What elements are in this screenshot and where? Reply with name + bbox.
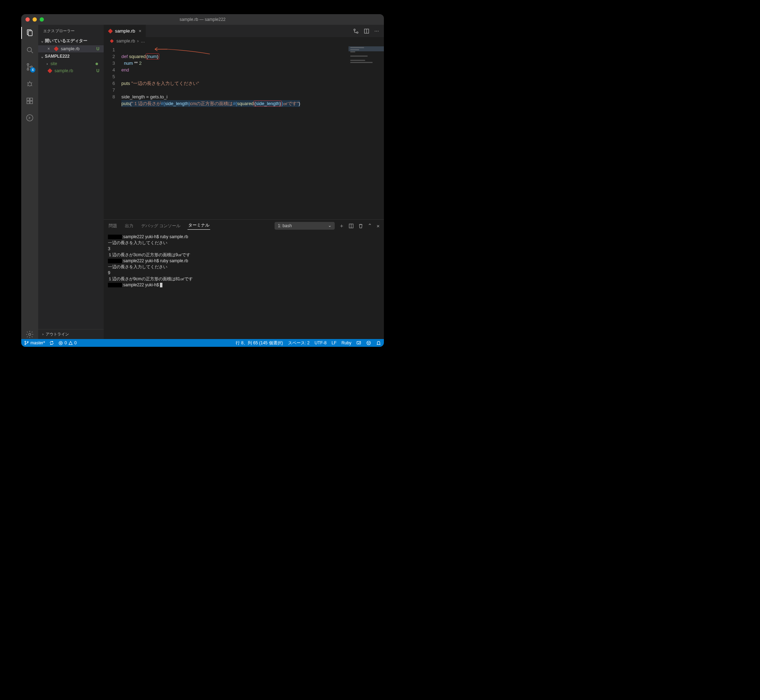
eol-status[interactable]: LF: [331, 341, 337, 345]
svg-point-32: [367, 341, 371, 345]
chevron-right-icon: ›: [42, 332, 44, 336]
breadcrumb-file: sample.rb: [116, 39, 135, 44]
code-editor[interactable]: 12345678 def squared(num) num ** 2 end p…: [104, 45, 384, 219]
explorer-sidebar: エクスプローラー ⌄ 開いているエディター × sample.rb U ⌄ SA…: [38, 25, 104, 339]
operator: **: [133, 61, 139, 66]
panel-tab-problems[interactable]: 問題: [108, 223, 118, 229]
svg-rect-14: [27, 101, 30, 104]
param: num: [148, 54, 157, 59]
workspace-section[interactable]: ⌄ SAMPLE222: [38, 52, 104, 60]
feedback-smiley-icon[interactable]: [366, 341, 371, 345]
bottom-panel: 問題 出力 デバッグ コンソール ターミナル 1: bash ＋ ⌃ × :sa…: [104, 219, 384, 339]
code-content[interactable]: def squared(num) num ** 2 end puts "一辺の長…: [120, 45, 300, 219]
terminal-output[interactable]: :sample222 yuki-h$ ruby sample.rb一辺の長さを入…: [104, 232, 384, 339]
string: cmの正方形の面積は: [190, 101, 233, 106]
window-controls: [25, 17, 44, 22]
notifications-icon[interactable]: [376, 341, 381, 345]
branch-name: master*: [30, 341, 45, 345]
ruby-file-icon: [47, 68, 52, 73]
string: "１辺の長さが: [132, 101, 161, 106]
panel-tab-output[interactable]: 出力: [124, 223, 134, 229]
close-icon[interactable]: ×: [47, 46, 51, 51]
keyword: end: [121, 67, 129, 73]
scm-badge: 4: [30, 67, 35, 73]
string: ㎠です": [283, 101, 299, 106]
var: side_length: [165, 101, 189, 106]
breadcrumb[interactable]: sample.rb › …: [104, 37, 384, 45]
ruby-file-icon: [54, 46, 59, 51]
titlebar: sample.rb — sample222: [21, 14, 384, 25]
chevron-right-icon: ›: [46, 62, 48, 66]
remote-icon[interactable]: [25, 113, 34, 122]
panel-tabs: 問題 出力 デバッグ コンソール ターミナル 1: bash ＋ ⌃ ×: [104, 220, 384, 232]
tweet-feedback-icon[interactable]: [356, 341, 361, 345]
panel-tab-terminal[interactable]: ターミナル: [187, 222, 210, 230]
open-editors-section[interactable]: ⌄ 開いているエディター: [38, 36, 104, 45]
call: puts: [121, 101, 130, 106]
svg-rect-15: [30, 101, 33, 104]
var: side_length: [256, 101, 279, 106]
svg-point-19: [354, 29, 355, 30]
problems-status[interactable]: 0 0: [58, 341, 76, 345]
svg-rect-16: [30, 98, 33, 100]
editor-actions: ⋯: [353, 25, 384, 37]
call: squared: [237, 101, 254, 106]
minimap[interactable]: [348, 46, 384, 64]
chevron-down-icon: ⌄: [41, 54, 44, 59]
close-panel-icon[interactable]: ×: [376, 223, 380, 229]
indent-status[interactable]: スペース: 2: [288, 340, 310, 346]
ruby-file-icon: [110, 39, 114, 43]
editor-group: sample.rb × ⋯ sample.rb › … 12345678 def…: [104, 25, 384, 339]
function-name: squared: [129, 54, 146, 59]
sidebar-title: エクスプローラー: [38, 25, 104, 36]
svg-point-4: [27, 64, 29, 66]
explorer-file[interactable]: sample.rb U: [38, 67, 104, 74]
explorer-folder[interactable]: › site: [38, 60, 104, 67]
extensions-icon[interactable]: [25, 96, 34, 105]
git-status-badge: U: [96, 46, 101, 51]
svg-line-11: [27, 85, 28, 86]
svg-point-2: [27, 47, 31, 52]
terminal-selector[interactable]: 1: bash: [275, 222, 335, 230]
settings-gear-icon[interactable]: [25, 330, 34, 339]
more-actions-icon[interactable]: ⋯: [375, 28, 379, 34]
search-icon[interactable]: [25, 45, 34, 55]
code-line: side_length = gets.to_i: [121, 94, 167, 100]
encoding-status[interactable]: UTF-8: [315, 341, 326, 345]
tab-label: sample.rb: [115, 28, 135, 34]
outline-section[interactable]: › アウトライン: [38, 329, 104, 339]
svg-point-27: [27, 342, 28, 342]
svg-line-3: [31, 51, 33, 53]
new-terminal-icon[interactable]: ＋: [339, 223, 344, 229]
editor-tab[interactable]: sample.rb ×: [104, 25, 146, 37]
split-editor-icon[interactable]: [364, 28, 369, 34]
folder-name: site: [51, 61, 57, 66]
maximize-panel-icon[interactable]: ⌃: [368, 223, 372, 229]
line-number-gutter: 12345678: [104, 45, 120, 219]
breadcrumb-rest: …: [141, 39, 145, 44]
explorer-icon[interactable]: [25, 28, 34, 38]
language-mode[interactable]: Ruby: [342, 341, 351, 345]
call: puts: [121, 81, 131, 86]
panel-tab-debug[interactable]: デバッグ コンソール: [140, 223, 181, 229]
debug-icon[interactable]: [25, 79, 34, 89]
close-tab-icon[interactable]: ×: [139, 28, 142, 34]
maximize-window-button[interactable]: [40, 17, 44, 22]
editor-tabs: sample.rb × ⋯: [104, 25, 384, 37]
close-window-button[interactable]: [25, 17, 30, 22]
compare-changes-icon[interactable]: [353, 28, 359, 34]
split-terminal-icon[interactable]: [348, 223, 354, 229]
warning-count: 0: [74, 341, 77, 345]
source-control-icon[interactable]: 4: [25, 62, 34, 72]
vscode-window: sample.rb — sample222 4: [21, 14, 384, 347]
minimize-window-button[interactable]: [33, 17, 37, 22]
sync-icon[interactable]: [49, 341, 54, 345]
svg-point-7: [28, 83, 31, 86]
keyword: def: [121, 54, 129, 59]
cursor-position[interactable]: 行 8、列 65 (145 個選択): [236, 340, 283, 346]
git-branch-status[interactable]: master*: [24, 341, 45, 345]
open-editors-label: 開いているエディター: [45, 38, 87, 44]
kill-terminal-icon[interactable]: [358, 223, 364, 229]
open-editor-item[interactable]: × sample.rb U: [38, 45, 104, 52]
window-title: sample.rb — sample222: [21, 17, 384, 22]
